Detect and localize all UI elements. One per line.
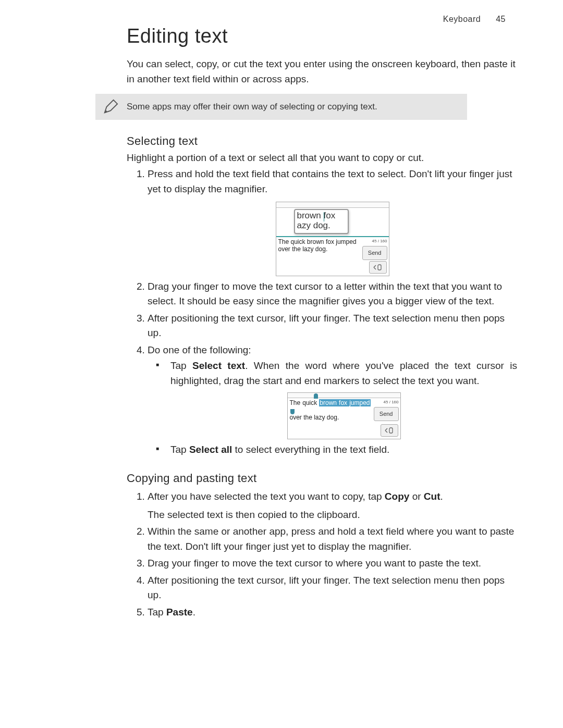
step-text-post: . [440, 491, 443, 502]
mock2-pre: The quick [290, 399, 320, 406]
mock-to-row [276, 202, 389, 208]
send-button: Send [362, 246, 387, 260]
chapter-label: Keyboard [443, 15, 481, 23]
mock-message-text: The quick brown fox jumped over the lazy… [276, 237, 361, 255]
step-text: After positioning the text cursor, lift … [148, 575, 505, 601]
step-1: Press and hold the text field that conta… [148, 167, 517, 276]
bullet-select-text: Tap Select text. When the word where you… [170, 359, 517, 439]
char-counter: 45 / 160 [361, 238, 387, 244]
bullet-select-all: Tap Select all to select everything in t… [170, 442, 517, 458]
note-text: Some apps may offer their own way of sel… [127, 102, 377, 112]
magnifier-bubble: brown fox azy dog. [294, 209, 349, 234]
copy-step-4: After positioning the text cursor, lift … [148, 573, 517, 603]
copy-step-5: Tap Paste. [148, 605, 517, 620]
step-4-bullets: Tap Select text. When the word where you… [148, 359, 517, 457]
step-bold-paste: Paste [166, 607, 193, 618]
step-bold-cut: Cut [424, 491, 440, 502]
step-3: After positioning the text cursor, lift … [148, 311, 517, 341]
section-copying-heading: Copying and pasting text [127, 472, 517, 485]
step-text: Drag your finger to move the text cursor… [148, 281, 502, 307]
attach-button [381, 424, 398, 437]
copy-step-3: Drag your finger to move the text cursor… [148, 556, 517, 571]
screenshot-selection: The quick brown fox jumped over the lazy… [287, 392, 401, 439]
copying-steps: After you have selected the text you wan… [127, 489, 517, 620]
section-selecting-heading: Selecting text [127, 134, 517, 148]
bullet-bold: Select text [192, 360, 245, 371]
intro-paragraph: You can select, copy, or cut the text yo… [127, 57, 517, 87]
mock2-highlight: brown fox jumped [319, 399, 370, 406]
screenshot-magnifier: brown fox azy dog. The quick brown fox j… [276, 202, 389, 276]
step-text: Do one of the following: [148, 344, 251, 355]
pen-icon [103, 99, 118, 115]
step-text: Within the same or another app, press an… [148, 526, 514, 552]
magnifier-line2: azy dog. [297, 221, 346, 231]
step-text-pre: After you have selected the text you wan… [148, 491, 385, 502]
page-title: Editing text [127, 25, 517, 47]
step-4: Do one of the following: Tap Select text… [148, 343, 517, 458]
copy-step-1: After you have selected the text you wan… [148, 489, 517, 522]
step-text-post: . [193, 607, 195, 618]
mock2-line2: over the lazy dog. [290, 414, 339, 421]
step-text-pre: Tap [148, 607, 166, 618]
bullet-pre: Tap [170, 360, 192, 371]
step-text: Press and hold the text field that conta… [148, 168, 512, 194]
section-selecting-lead: Highlight a portion of a text or select … [127, 152, 517, 164]
selecting-steps: Press and hold the text field that conta… [127, 167, 517, 457]
magnifier-line1: brown fox [297, 211, 346, 221]
attach-button [369, 261, 387, 274]
svg-rect-0 [378, 265, 381, 270]
step-bold-copy: Copy [385, 491, 410, 502]
text-cursor-icon [324, 212, 324, 221]
mock2-message-text: The quick brown fox jumped over the lazy… [288, 398, 373, 423]
send-button: Send [374, 407, 399, 421]
bullet-post: to select everything in the text field. [232, 444, 389, 455]
note-callout: Some apps may offer their own way of sel… [95, 94, 467, 120]
step-2: Drag your finger to move the text cursor… [148, 279, 517, 309]
step-text: Drag your finger to move the text cursor… [148, 558, 481, 569]
step-text-mid: or [409, 491, 423, 502]
page-header: Keyboard 45 [443, 15, 506, 24]
step-1-line2: The selected text is then copied to the … [148, 508, 517, 523]
svg-rect-1 [389, 428, 393, 433]
bullet-pre: Tap [170, 444, 189, 455]
page-number: 45 [496, 15, 506, 23]
bullet-bold: Select all [189, 444, 232, 455]
copy-step-2: Within the same or another app, press an… [148, 524, 517, 554]
char-counter: 45 / 160 [373, 399, 399, 405]
step-text: After positioning the text cursor, lift … [148, 313, 505, 339]
mock2-to-row [288, 393, 400, 398]
